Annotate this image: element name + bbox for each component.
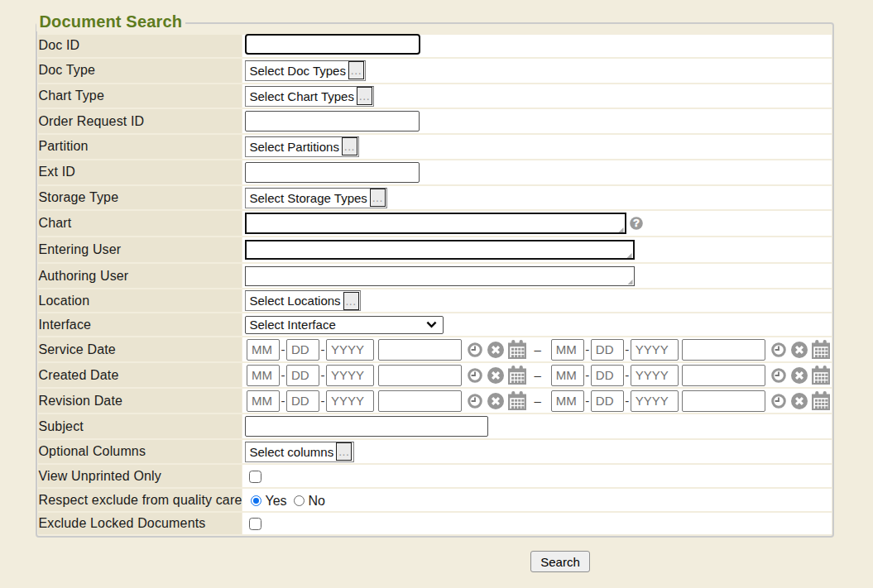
svg-text:?: ? — [633, 218, 640, 230]
